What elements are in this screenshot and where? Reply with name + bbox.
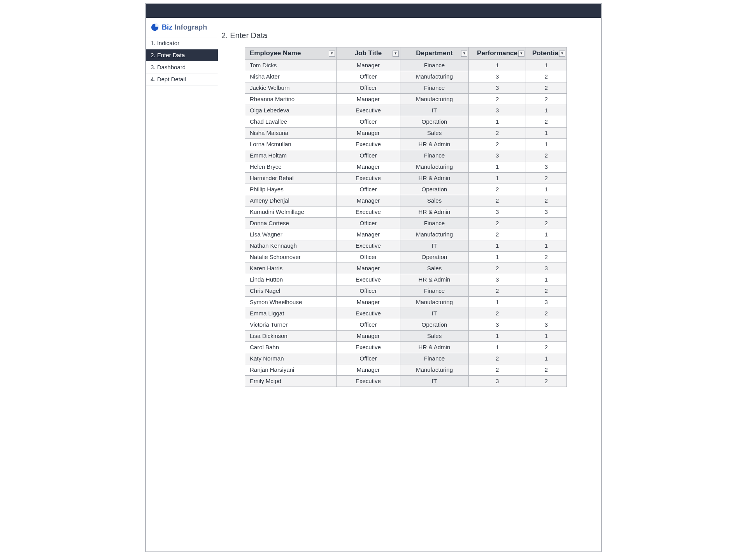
cell-potential[interactable]: 3 (526, 319, 567, 331)
cell-department[interactable]: Sales (400, 128, 468, 139)
cell-performance[interactable]: 2 (469, 195, 526, 206)
cell-employee-name[interactable]: Nisha Maisuria (245, 128, 337, 139)
cell-potential[interactable]: 1 (526, 60, 567, 71)
cell-potential[interactable]: 2 (526, 342, 567, 353)
cell-employee-name[interactable]: Phillip Hayes (245, 184, 337, 195)
cell-performance[interactable]: 3 (469, 376, 526, 387)
cell-job-title[interactable]: Executive (337, 206, 400, 218)
cell-department[interactable]: HR & Admin (400, 206, 468, 218)
th-job-title[interactable]: Job Title ▼ (337, 47, 400, 60)
cell-potential[interactable]: 1 (526, 105, 567, 116)
cell-potential[interactable]: 3 (526, 206, 567, 218)
cell-performance[interactable]: 3 (469, 105, 526, 116)
cell-performance[interactable]: 1 (469, 240, 526, 252)
cell-department[interactable]: Finance (400, 82, 468, 94)
cell-employee-name[interactable]: Katy Norman (245, 353, 337, 364)
cell-department[interactable]: HR & Admin (400, 342, 468, 353)
cell-job-title[interactable]: Executive (337, 376, 400, 387)
cell-job-title[interactable]: Manager (337, 331, 400, 342)
cell-potential[interactable]: 1 (526, 274, 567, 285)
cell-performance[interactable]: 1 (469, 161, 526, 173)
cell-potential[interactable]: 1 (526, 353, 567, 364)
cell-department[interactable]: IT (400, 376, 468, 387)
cell-department[interactable]: Finance (400, 285, 468, 297)
cell-employee-name[interactable]: Helen Bryce (245, 161, 337, 173)
cell-potential[interactable]: 1 (526, 184, 567, 195)
cell-job-title[interactable]: Officer (337, 252, 400, 263)
cell-job-title[interactable]: Officer (337, 285, 400, 297)
cell-job-title[interactable]: Executive (337, 308, 400, 319)
cell-performance[interactable]: 1 (469, 116, 526, 128)
cell-department[interactable]: Manufacturing (400, 94, 468, 105)
cell-employee-name[interactable]: Tom Dicks (245, 60, 337, 71)
cell-potential[interactable]: 1 (526, 240, 567, 252)
cell-employee-name[interactable]: Olga Lebedeva (245, 105, 337, 116)
cell-job-title[interactable]: Manager (337, 195, 400, 206)
cell-department[interactable]: Finance (400, 353, 468, 364)
cell-employee-name[interactable]: Rheanna Martino (245, 94, 337, 105)
cell-job-title[interactable]: Executive (337, 139, 400, 150)
cell-job-title[interactable]: Manager (337, 60, 400, 71)
cell-employee-name[interactable]: Jackie Welburn (245, 82, 337, 94)
cell-job-title[interactable]: Manager (337, 229, 400, 240)
cell-job-title[interactable]: Manager (337, 94, 400, 105)
filter-button[interactable]: ▼ (393, 51, 399, 57)
cell-potential[interactable]: 3 (526, 297, 567, 308)
cell-employee-name[interactable]: Symon Wheelhouse (245, 297, 337, 308)
cell-department[interactable]: HR & Admin (400, 274, 468, 285)
cell-potential[interactable]: 2 (526, 285, 567, 297)
cell-employee-name[interactable]: Chris Nagel (245, 285, 337, 297)
cell-performance[interactable]: 1 (469, 297, 526, 308)
cell-department[interactable]: Operation (400, 252, 468, 263)
cell-employee-name[interactable]: Chad Lavallee (245, 116, 337, 128)
cell-employee-name[interactable]: Nathan Kennaugh (245, 240, 337, 252)
cell-potential[interactable]: 2 (526, 150, 567, 161)
cell-potential[interactable]: 2 (526, 173, 567, 184)
cell-performance[interactable]: 3 (469, 150, 526, 161)
cell-performance[interactable]: 1 (469, 342, 526, 353)
cell-department[interactable]: IT (400, 308, 468, 319)
cell-employee-name[interactable]: Ameny Dhenjal (245, 195, 337, 206)
cell-employee-name[interactable]: Ranjan Harsiyani (245, 364, 337, 376)
cell-employee-name[interactable]: Linda Hutton (245, 274, 337, 285)
cell-job-title[interactable]: Officer (337, 218, 400, 229)
cell-performance[interactable]: 2 (469, 364, 526, 376)
cell-performance[interactable]: 2 (469, 229, 526, 240)
cell-potential[interactable]: 2 (526, 218, 567, 229)
cell-job-title[interactable]: Officer (337, 71, 400, 82)
cell-performance[interactable]: 3 (469, 82, 526, 94)
cell-job-title[interactable]: Manager (337, 297, 400, 308)
cell-potential[interactable]: 2 (526, 252, 567, 263)
cell-department[interactable]: Manufacturing (400, 229, 468, 240)
cell-department[interactable]: Finance (400, 150, 468, 161)
cell-performance[interactable]: 1 (469, 252, 526, 263)
cell-potential[interactable]: 2 (526, 82, 567, 94)
cell-job-title[interactable]: Executive (337, 342, 400, 353)
cell-department[interactable]: Manufacturing (400, 297, 468, 308)
cell-potential[interactable]: 3 (526, 263, 567, 274)
cell-performance[interactable]: 1 (469, 60, 526, 71)
cell-potential[interactable]: 3 (526, 161, 567, 173)
cell-performance[interactable]: 2 (469, 139, 526, 150)
cell-performance[interactable]: 2 (469, 184, 526, 195)
cell-employee-name[interactable]: Kumudini Welmillage (245, 206, 337, 218)
cell-job-title[interactable]: Officer (337, 116, 400, 128)
cell-employee-name[interactable]: Natalie Schoonover (245, 252, 337, 263)
cell-employee-name[interactable]: Harminder Behal (245, 173, 337, 184)
cell-potential[interactable]: 1 (526, 128, 567, 139)
cell-performance[interactable]: 2 (469, 353, 526, 364)
cell-employee-name[interactable]: Nisha Akter (245, 71, 337, 82)
cell-potential[interactable]: 2 (526, 376, 567, 387)
cell-department[interactable]: Operation (400, 184, 468, 195)
cell-performance[interactable]: 1 (469, 173, 526, 184)
cell-employee-name[interactable]: Donna Cortese (245, 218, 337, 229)
cell-employee-name[interactable]: Emily Mcipd (245, 376, 337, 387)
cell-job-title[interactable]: Manager (337, 263, 400, 274)
cell-job-title[interactable]: Executive (337, 240, 400, 252)
cell-department[interactable]: Finance (400, 60, 468, 71)
cell-performance[interactable]: 2 (469, 263, 526, 274)
cell-performance[interactable]: 2 (469, 218, 526, 229)
cell-job-title[interactable]: Executive (337, 173, 400, 184)
cell-department[interactable]: Sales (400, 331, 468, 342)
filter-button[interactable]: ▼ (518, 51, 524, 57)
